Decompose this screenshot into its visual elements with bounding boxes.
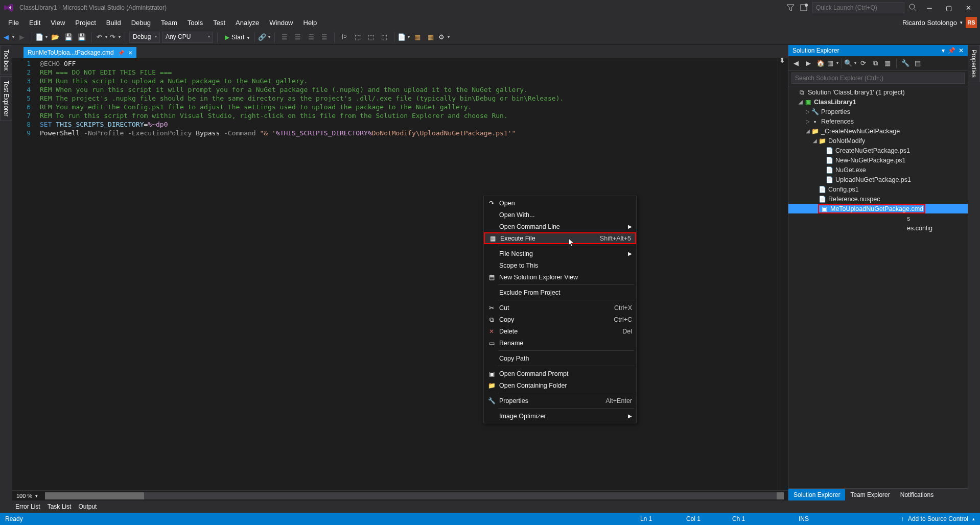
output-tab[interactable]: Output xyxy=(78,503,97,510)
se-collapse-button[interactable]: ⧉ xyxy=(870,58,881,69)
menu-debug[interactable]: Debug xyxy=(126,17,156,29)
start-button[interactable]: ▶Start xyxy=(222,33,250,42)
references-node[interactable]: ▷▪References xyxy=(788,116,968,126)
toolbar-btn-9[interactable]: 📄 xyxy=(399,32,410,43)
ctx-execute-file[interactable]: ▦Execute FileShift+Alt+5 xyxy=(484,232,636,244)
config-combo[interactable]: Debug xyxy=(129,32,160,43)
ctx-delete[interactable]: ✕DeleteDel xyxy=(484,325,636,337)
reference-file[interactable]: 📄Reference.nuspec xyxy=(788,194,968,204)
pin-icon[interactable]: 📌 xyxy=(118,50,124,56)
quick-launch-input[interactable] xyxy=(812,2,904,13)
se-refresh-button[interactable]: ⟳ xyxy=(857,58,869,69)
menu-project[interactable]: Project xyxy=(70,17,101,29)
se-tab-notifications[interactable]: Notifications xyxy=(895,489,939,500)
se-show-all-button[interactable]: ▦ xyxy=(882,58,893,69)
folder-donotmodify[interactable]: ◢📁DoNotModify xyxy=(788,136,968,146)
hidden-node-1[interactable]: s xyxy=(788,213,968,223)
maximize-button[interactable]: ▢ xyxy=(941,3,956,13)
notification-icon[interactable] xyxy=(799,3,808,12)
browser-link-button[interactable]: 🔗 xyxy=(259,32,270,43)
save-all-button[interactable]: 💾 xyxy=(76,32,87,43)
ctx-open-command-line[interactable]: Open Command Line▶ xyxy=(484,221,636,232)
user-badge[interactable]: RS xyxy=(966,17,977,28)
menu-edit[interactable]: Edit xyxy=(24,17,45,29)
panel-close-icon[interactable]: ✕ xyxy=(959,47,964,54)
ctx-copy-path[interactable]: Copy Path xyxy=(484,352,636,364)
platform-combo[interactable]: Any CPU xyxy=(162,32,213,43)
toolbar-btn-8[interactable]: ⬚ xyxy=(379,32,390,43)
horizontal-scrollbar[interactable] xyxy=(45,492,784,499)
toolbar-btn-5[interactable]: 🏳 xyxy=(339,32,350,43)
hidden-node-2[interactable]: es.config xyxy=(788,223,968,233)
ctx-file-nesting[interactable]: File Nesting▶ xyxy=(484,248,636,259)
file-item[interactable]: 📄NuGet.exe xyxy=(788,165,968,175)
solution-search-input[interactable] xyxy=(791,73,965,84)
toolbar-btn-1[interactable]: ☰ xyxy=(279,32,290,43)
se-tab-solution[interactable]: Solution Explorer xyxy=(788,489,845,500)
save-button[interactable]: 💾 xyxy=(63,32,74,43)
source-control-dropdown-icon[interactable]: ▴ xyxy=(972,516,975,521)
new-project-button[interactable]: 📄 xyxy=(36,32,48,43)
menu-test[interactable]: Test xyxy=(208,17,230,29)
nav-forward-button[interactable]: ▶ xyxy=(16,32,28,43)
menu-build[interactable]: Build xyxy=(101,17,126,29)
editor-tab[interactable]: RunMeToUploa...tPackage.cmd 📌 ✕ xyxy=(24,47,136,58)
ctx-copy[interactable]: ⧉CopyCtrl+C xyxy=(484,314,636,325)
user-dropdown-icon[interactable]: ▾ xyxy=(960,20,963,25)
task-list-tab[interactable]: Task List xyxy=(48,503,72,510)
error-list-tab[interactable]: Error List xyxy=(15,503,40,510)
toolbar-btn-2[interactable]: ☰ xyxy=(292,32,304,43)
file-item[interactable]: 📄CreateNuGetPackage.ps1 xyxy=(788,146,968,155)
menu-team[interactable]: Team xyxy=(156,17,182,29)
se-home-button[interactable]: 🏠 xyxy=(815,58,826,69)
ctx-new-solution-explorer-view[interactable]: ▤New Solution Explorer View xyxy=(484,271,636,283)
file-item[interactable]: 📄UploadNuGetPackage.ps1 xyxy=(788,175,968,184)
code-area[interactable]: @ECHO OFFREM === DO NOT EDIT THIS FILE =… xyxy=(37,58,778,490)
ctx-exclude-from-project[interactable]: Exclude From Project xyxy=(484,287,636,298)
search-icon[interactable] xyxy=(908,3,918,12)
toolbox-tab[interactable]: Toolbox xyxy=(0,45,12,75)
zoom-dropdown-icon[interactable]: ▾ xyxy=(35,493,38,498)
ctx-rename[interactable]: ▭Rename xyxy=(484,337,636,349)
nav-back-button[interactable]: ◀ xyxy=(3,32,14,43)
ctx-image-optimizer[interactable]: Image Optimizer▶ xyxy=(484,410,636,422)
user-name[interactable]: Ricardo Sotolongo xyxy=(902,19,957,27)
open-file-button[interactable]: 📂 xyxy=(50,32,61,43)
menu-tools[interactable]: Tools xyxy=(182,17,208,29)
toolbar-btn-7[interactable]: ⬚ xyxy=(365,32,377,43)
panel-pin-icon[interactable]: 📌 xyxy=(948,47,955,54)
toolbar-btn-12[interactable]: ⚙ xyxy=(438,32,450,43)
se-tab-team[interactable]: Team Explorer xyxy=(845,489,895,500)
properties-tab[interactable]: Properties xyxy=(968,45,980,82)
project-node[interactable]: ◢▣ClassLibrary1 xyxy=(788,97,968,107)
ctx-scope-to-this[interactable]: Scope to This xyxy=(484,259,636,271)
se-back-button[interactable]: ◀ xyxy=(790,58,802,69)
zoom-level[interactable]: 100 % xyxy=(16,493,32,499)
menu-file[interactable]: File xyxy=(3,17,24,29)
file-item[interactable]: 📄New-NuGetPackage.ps1 xyxy=(788,155,968,165)
publish-arrow-icon[interactable]: ↑ xyxy=(901,515,904,522)
se-filter-button[interactable]: 🔍 xyxy=(845,58,856,69)
toolbar-btn-11[interactable]: ▦ xyxy=(425,32,436,43)
close-button[interactable]: ✕ xyxy=(961,3,976,13)
se-forward-button[interactable]: ▶ xyxy=(803,58,814,69)
editor-body[interactable]: 123456789 @ECHO OFFREM === DO NOT EDIT T… xyxy=(12,58,788,490)
se-preview-button[interactable]: ▤ xyxy=(912,58,923,69)
toolbar-btn-6[interactable]: ⬚ xyxy=(352,32,363,43)
solution-node[interactable]: ⧉Solution 'ClassLibrary1' (1 project) xyxy=(788,87,968,97)
menu-view[interactable]: View xyxy=(45,17,70,29)
toolbar-btn-4[interactable]: ☰ xyxy=(319,32,330,43)
ctx-open-containing-folder[interactable]: 📁Open Containing Folder xyxy=(484,379,636,391)
menu-window[interactable]: Window xyxy=(264,17,298,29)
menu-analyze[interactable]: Analyze xyxy=(230,17,264,29)
menu-help[interactable]: Help xyxy=(298,17,322,29)
runme-file[interactable]: ▣MeToUploadNuGetPackage.cmd xyxy=(788,204,968,213)
add-source-control[interactable]: Add to Source Control xyxy=(908,515,968,522)
undo-button[interactable]: ↶ xyxy=(96,32,107,43)
filter-icon[interactable] xyxy=(786,3,795,12)
config-file[interactable]: 📄Config.ps1 xyxy=(788,184,968,194)
ctx-open-command-prompt[interactable]: ▣Open Command Prompt xyxy=(484,368,636,379)
se-properties-button[interactable]: 🔧 xyxy=(900,58,911,69)
tab-close-icon[interactable]: ✕ xyxy=(128,50,132,56)
redo-button[interactable]: ↷ xyxy=(109,32,121,43)
